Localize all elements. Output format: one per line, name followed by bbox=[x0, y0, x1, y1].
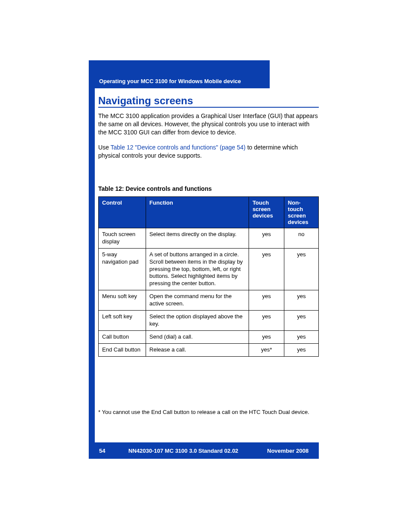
left-accent-bar bbox=[89, 60, 95, 459]
running-head-text: Operating your MCC 3100 for Windows Mobi… bbox=[99, 78, 241, 84]
cell-control: Call button bbox=[99, 330, 146, 343]
footer-page-number: 54 bbox=[99, 448, 105, 454]
table-row: End Call button Release a call. yes* yes bbox=[99, 343, 319, 356]
cell-control: End Call button bbox=[99, 343, 146, 356]
cell-control: Touch screen display bbox=[99, 228, 146, 249]
footer-date: November 2008 bbox=[267, 448, 308, 454]
cell-function: Send (dial) a call. bbox=[146, 330, 249, 343]
table-header: Control Function Touch screen devices No… bbox=[99, 197, 319, 228]
cell-control: Menu soft key bbox=[99, 290, 146, 311]
body-paragraph-2: Use Table 12 "Device controls and functi… bbox=[98, 143, 319, 160]
document-page: Operating your MCC 3100 for Windows Mobi… bbox=[0, 0, 411, 532]
cross-reference-link[interactable]: Table 12 "Device controls and functions"… bbox=[111, 144, 246, 151]
cell-nontouch: no bbox=[284, 228, 319, 249]
col-header-nontouch: Non-touch screen devices bbox=[284, 197, 319, 228]
table-footnote: * You cannot use the End Call button to … bbox=[98, 408, 319, 416]
cell-function: A set of buttons arranged in a circle. S… bbox=[146, 248, 249, 290]
cell-nontouch: yes bbox=[284, 330, 319, 343]
section-heading: Navigating screens bbox=[98, 95, 193, 107]
table-row: Call button Send (dial) a call. yes yes bbox=[99, 330, 319, 343]
table-row: 5-way navigation pad A set of buttons ar… bbox=[99, 248, 319, 290]
cell-touch: yes* bbox=[249, 343, 284, 356]
table-row: Left soft key Select the option displaye… bbox=[99, 311, 319, 331]
cell-function: Open the command menu for the active scr… bbox=[146, 290, 249, 311]
body-paragraph-2-lead: Use bbox=[98, 144, 111, 151]
cell-nontouch: yes bbox=[284, 290, 319, 311]
cell-touch: yes bbox=[249, 330, 284, 343]
cell-touch: yes bbox=[249, 248, 284, 290]
cell-nontouch: yes bbox=[284, 343, 319, 356]
device-controls-table: Control Function Touch screen devices No… bbox=[98, 196, 319, 357]
table-body: Touch screen display Select items direct… bbox=[99, 228, 319, 357]
cell-nontouch: yes bbox=[284, 311, 319, 331]
table-caption: Table 12: Device controls and functions bbox=[98, 185, 212, 192]
footer-band: 54 NN42030-107 MC 3100 3.0 Standard 02.0… bbox=[89, 442, 319, 459]
footer-doc-id: NN42030-107 MC 3100 3.0 Standard 02.02 bbox=[128, 448, 238, 454]
table-row: Menu soft key Open the command menu for … bbox=[99, 290, 319, 311]
body-paragraph-1: The MCC 3100 application provides a Grap… bbox=[98, 112, 319, 137]
cell-touch: yes bbox=[249, 228, 284, 249]
col-header-function: Function bbox=[146, 197, 249, 228]
cell-touch: yes bbox=[249, 290, 284, 311]
table-row: Touch screen display Select items direct… bbox=[99, 228, 319, 249]
cell-function: Select the option displayed above the ke… bbox=[146, 311, 249, 331]
cell-control: Left soft key bbox=[99, 311, 146, 331]
cell-touch: yes bbox=[249, 311, 284, 331]
col-header-control: Control bbox=[99, 197, 146, 228]
cell-nontouch: yes bbox=[284, 248, 319, 290]
cell-function: Select items directly on the display. bbox=[146, 228, 249, 249]
cell-control: 5-way navigation pad bbox=[99, 248, 146, 290]
cell-function: Release a call. bbox=[146, 343, 249, 356]
section-heading-rule bbox=[98, 107, 319, 108]
col-header-touch: Touch screen devices bbox=[249, 197, 284, 228]
